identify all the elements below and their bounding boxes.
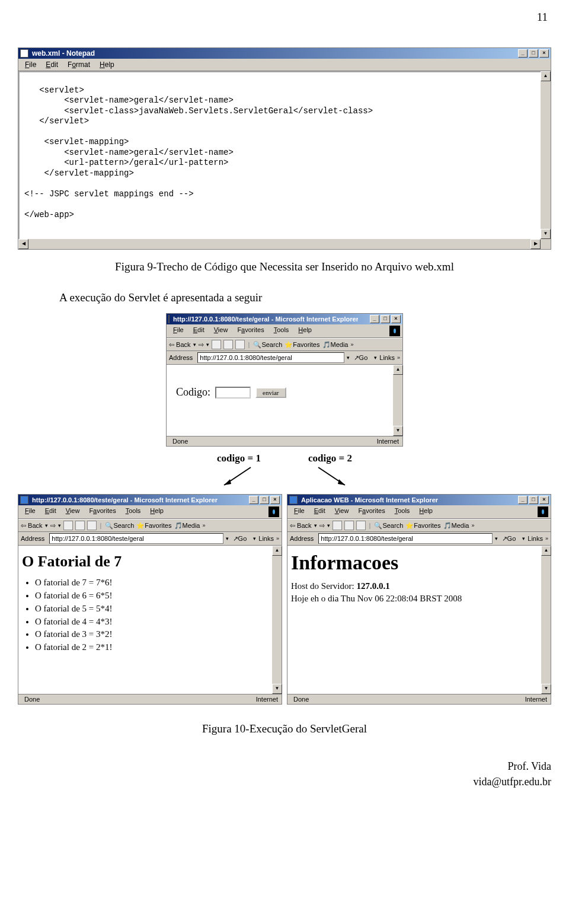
refresh-icon[interactable] [344, 521, 354, 530]
refresh-icon[interactable] [75, 521, 85, 530]
menu-edit[interactable]: Edit [41, 60, 62, 69]
links-label[interactable]: Links [379, 354, 395, 361]
links-label[interactable]: Links [528, 535, 543, 542]
ie-right-titlebar[interactable]: Aplicacao WEB - Microsoft Internet Explo… [287, 495, 551, 505]
go-button[interactable]: ↗Go [231, 535, 249, 543]
search-button[interactable]: 🔍Search [105, 522, 134, 530]
menu-view[interactable]: View [210, 326, 232, 336]
stop-icon[interactable] [212, 340, 221, 349]
notepad-textarea[interactable]: <servlet> <servlet-name>geral</servlet-n… [18, 71, 551, 249]
info-line1: Host do Servidor: 127.0.0.1 [291, 580, 547, 592]
scroll-down-button[interactable]: ▼ [541, 684, 551, 694]
go-button[interactable]: ↗Go [500, 535, 518, 543]
menu-file[interactable]: File [21, 506, 40, 517]
home-icon[interactable] [87, 521, 97, 530]
address-label: Address [21, 535, 44, 542]
refresh-icon[interactable] [223, 340, 233, 349]
scroll-up-button[interactable]: ▲ [393, 365, 403, 375]
menu-help[interactable]: Help [146, 506, 168, 517]
scroll-up-button[interactable]: ▲ [272, 546, 282, 556]
notepad-titlebar[interactable]: web.xml - Notepad _ □ × [18, 48, 551, 59]
menu-help[interactable]: Help [95, 60, 119, 69]
scrollbar-vertical[interactable]: ▲ ▼ [272, 546, 282, 694]
ie-right-title: Aplicacao WEB - Microsoft Internet Explo… [301, 496, 438, 504]
close-button[interactable]: × [270, 496, 280, 504]
scroll-down-button[interactable]: ▼ [393, 426, 403, 436]
media-button[interactable]: 🎵Media [443, 522, 469, 530]
minimize-button[interactable]: _ [518, 496, 528, 504]
links-label[interactable]: Links [258, 535, 274, 542]
menu-view[interactable]: View [62, 506, 84, 517]
media-button[interactable]: 🎵Media [322, 341, 349, 349]
menu-file[interactable]: File [290, 506, 309, 517]
menu-edit[interactable]: Edit [310, 506, 330, 517]
go-button[interactable]: ↗Go [352, 354, 370, 362]
menu-edit[interactable]: Edit [189, 326, 209, 336]
maximize-button[interactable]: □ [381, 315, 390, 323]
menu-tools[interactable]: Tools [391, 506, 414, 517]
menu-view[interactable]: View [331, 506, 353, 517]
close-button[interactable]: × [391, 315, 401, 323]
scroll-up-button[interactable]: ▲ [541, 71, 551, 81]
ie-icon [168, 315, 170, 323]
info-line2: Hoje eh o dia Thu Nov 06 22:08:04 BRST 2… [291, 592, 547, 605]
menu-file[interactable]: File [169, 326, 188, 336]
favorites-button[interactable]: ⭐Favorites [284, 341, 319, 349]
search-button[interactable]: 🔍Search [374, 522, 403, 530]
favorites-button[interactable]: ⭐Favorites [405, 522, 440, 530]
close-button[interactable]: × [539, 496, 549, 504]
menu-tools[interactable]: Tools [270, 326, 293, 336]
menu-help[interactable]: Help [294, 326, 316, 336]
scroll-left-button[interactable]: ◀ [18, 239, 28, 249]
address-input[interactable] [318, 533, 492, 544]
figure10-caption: Figura 10-Execução do ServletGeral [18, 722, 551, 735]
address-input[interactable] [49, 533, 223, 544]
close-button[interactable]: × [539, 49, 549, 58]
back-button[interactable]: ⇦ Back [169, 341, 191, 349]
address-input[interactable] [197, 352, 344, 363]
home-icon[interactable] [356, 521, 366, 530]
menu-format[interactable]: Format [63, 60, 94, 69]
menu-favorites[interactable]: Favorites [85, 506, 120, 517]
status-zone: Internet [256, 696, 278, 703]
favorites-button[interactable]: ⭐Favorites [136, 522, 171, 530]
stop-icon[interactable] [333, 521, 342, 530]
menu-help[interactable]: Help [415, 506, 437, 517]
back-button[interactable]: ⇦ Back [290, 522, 312, 530]
back-button[interactable]: ⇦ Back [21, 522, 43, 530]
enviar-button[interactable]: enviar [255, 387, 286, 398]
scroll-up-button[interactable]: ▲ [541, 546, 551, 556]
maximize-button[interactable]: □ [529, 496, 538, 504]
scrollbar-vertical[interactable]: ▲ ▼ [541, 546, 551, 694]
menu-file[interactable]: File [21, 60, 40, 69]
scroll-down-button[interactable]: ▼ [272, 684, 282, 694]
forward-button[interactable]: ⇨ [50, 522, 56, 530]
maximize-button[interactable]: □ [529, 49, 538, 58]
ie-top-titlebar[interactable]: http://127.0.0.1:8080/teste/geral - Micr… [167, 314, 402, 324]
resize-grip[interactable] [541, 239, 551, 249]
forward-button[interactable]: ⇨ [199, 341, 204, 349]
scrollbar-vertical[interactable]: ▲ ▼ [393, 365, 402, 436]
menu-edit[interactable]: Edit [41, 506, 60, 517]
minimize-button[interactable]: _ [518, 49, 528, 58]
maximize-button[interactable]: □ [260, 496, 269, 504]
codigo-input[interactable] [215, 387, 251, 399]
search-button[interactable]: 🔍Search [253, 341, 282, 349]
scrollbar-vertical[interactable]: ▲ ▼ [541, 71, 551, 239]
ie-top-menubar: File Edit View Favorites Tools Help [167, 324, 402, 338]
home-icon[interactable] [235, 340, 245, 349]
menu-favorites[interactable]: Favorites [354, 506, 389, 517]
scroll-down-button[interactable]: ▼ [541, 229, 551, 239]
scroll-right-button[interactable]: ▶ [530, 239, 541, 249]
scrollbar-horizontal[interactable]: ◀ ▶ [18, 239, 541, 249]
forward-button[interactable]: ⇨ [319, 522, 325, 530]
media-button[interactable]: 🎵Media [174, 522, 200, 530]
ie-left-titlebar[interactable]: http://127.0.0.1:8080/teste/geral - Micr… [18, 495, 282, 505]
minimize-button[interactable]: _ [370, 315, 379, 323]
menu-tools[interactable]: Tools [122, 506, 145, 517]
stop-icon[interactable] [63, 521, 73, 530]
ie-left-menubar: File Edit View Favorites Tools Help [18, 505, 282, 519]
notepad-menubar: File Edit Format Help [18, 59, 551, 71]
minimize-button[interactable]: _ [249, 496, 258, 504]
menu-favorites[interactable]: Favorites [233, 326, 268, 336]
